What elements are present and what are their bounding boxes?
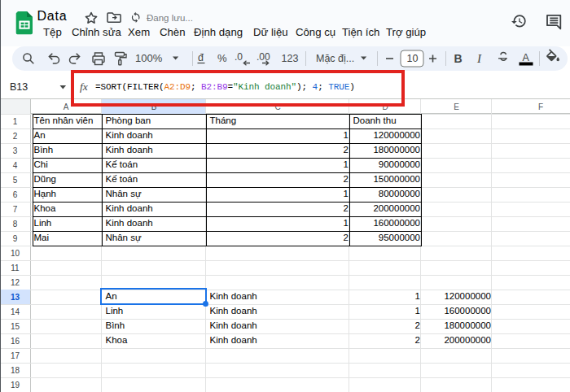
svg-text:B: B [454, 52, 463, 65]
svg-text:123: 123 [282, 53, 299, 64]
svg-text:.00: .00 [256, 51, 270, 63]
svg-text:100%: 100% [135, 52, 163, 64]
svg-text:đ: đ [198, 52, 204, 63]
svg-text:10: 10 [407, 53, 419, 64]
svg-text:%: % [217, 52, 227, 64]
svg-text:A: A [523, 52, 530, 63]
svg-text:I: I [476, 52, 482, 65]
svg-text:.0: .0 [235, 51, 243, 63]
svg-text:Mặc đị...: Mặc đị... [316, 53, 354, 64]
